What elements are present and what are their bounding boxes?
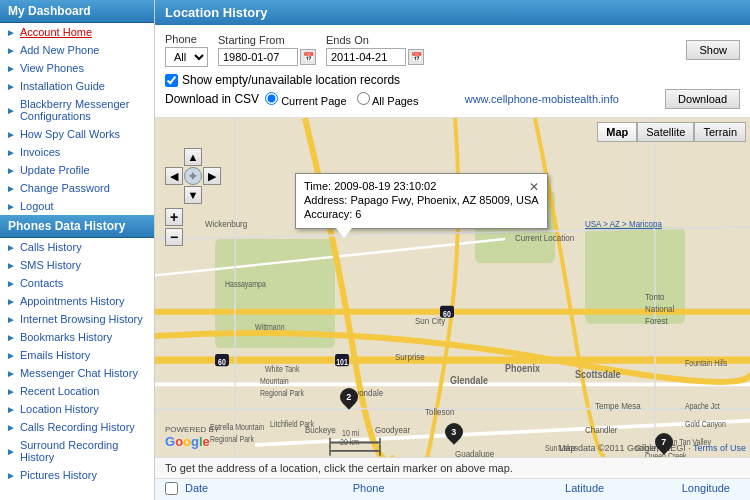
view-phones-label[interactable]: View Phones: [20, 62, 84, 74]
pictures-history-label[interactable]: Pictures History: [20, 469, 97, 481]
google-logo: Google: [165, 434, 210, 449]
sidebar-item-how-spy[interactable]: ► How Spy Call Works: [0, 125, 154, 143]
arrow-icon: ►: [6, 183, 16, 194]
phone-field-group: Phone All: [165, 33, 208, 67]
location-history-label[interactable]: Location History: [20, 403, 99, 415]
all-pages-radio-label[interactable]: All Pages: [357, 92, 419, 107]
sidebar-item-location-history[interactable]: ► Location History: [0, 400, 154, 418]
ends-on-input[interactable]: [326, 48, 406, 66]
change-password-label[interactable]: Change Password: [20, 182, 110, 194]
svg-text:White Tank: White Tank: [265, 365, 300, 375]
logout-label[interactable]: Logout: [20, 200, 54, 212]
internet-browsing-label[interactable]: Internet Browsing History: [20, 313, 143, 325]
map-tab-map[interactable]: Map: [597, 122, 637, 142]
sidebar-item-add-phone[interactable]: ► Add New Phone: [0, 41, 154, 59]
ends-on-input-row: 📅: [326, 48, 424, 66]
arrow-icon: ►: [6, 260, 16, 271]
table-header-phone[interactable]: Phone: [353, 482, 479, 497]
ends-on-label: Ends On: [326, 34, 424, 46]
update-profile-label[interactable]: Update Profile: [20, 164, 90, 176]
sidebar-item-change-password[interactable]: ► Change Password: [0, 179, 154, 197]
sidebar-item-logout[interactable]: ► Logout: [0, 197, 154, 215]
blackberry-label[interactable]: Blackberry Messenger Configurations: [20, 98, 148, 122]
show-button[interactable]: Show: [686, 40, 740, 60]
calls-history-label[interactable]: Calls History: [20, 241, 82, 253]
sidebar-item-invoices[interactable]: ► Invoices: [0, 143, 154, 161]
bookmarks-label[interactable]: Bookmarks History: [20, 331, 112, 343]
sidebar-item-recent-location[interactable]: ► Recent Location: [0, 382, 154, 400]
svg-text:Tempe Mesa: Tempe Mesa: [595, 400, 641, 411]
ends-on-calendar-icon[interactable]: 📅: [408, 49, 424, 65]
arrow-icon: ►: [6, 201, 16, 212]
arrow-icon: ►: [6, 446, 16, 457]
sidebar-item-calls-recording[interactable]: ► Calls Recording History: [0, 418, 154, 436]
calls-recording-label[interactable]: Calls Recording History: [20, 421, 135, 433]
starting-from-group: Starting From 📅: [218, 34, 316, 66]
surround-recording-label[interactable]: Surround Recording History: [20, 439, 148, 463]
sidebar-item-emails[interactable]: ► Emails History: [0, 346, 154, 364]
svg-text:Goodyear: Goodyear: [375, 424, 410, 435]
table-header: Date Phone Latitude Longitude: [155, 478, 750, 500]
sidebar-item-account-home[interactable]: ► Account Home: [0, 23, 154, 41]
starting-from-input[interactable]: [218, 48, 298, 66]
svg-text:National: National: [645, 303, 674, 314]
current-page-radio[interactable]: [265, 92, 278, 105]
sidebar-item-update-profile[interactable]: ► Update Profile: [0, 161, 154, 179]
installation-label[interactable]: Installation Guide: [20, 80, 105, 92]
sidebar-item-appointments[interactable]: ► Appointments History: [0, 292, 154, 310]
messenger-chat-label[interactable]: Messenger Chat History: [20, 367, 138, 379]
phone-select[interactable]: All: [165, 47, 208, 67]
zoom-out-button[interactable]: −: [165, 228, 183, 246]
svg-text:Guadalupe: Guadalupe: [455, 448, 494, 457]
nav-center-button[interactable]: ✦: [184, 167, 202, 185]
sidebar-item-installation-guide[interactable]: ► Installation Guide: [0, 77, 154, 95]
table-header-date[interactable]: Date: [185, 482, 353, 497]
all-pages-label: All Pages: [372, 95, 418, 107]
sms-history-label[interactable]: SMS History: [20, 259, 81, 271]
nav-down-button[interactable]: ▼: [184, 186, 202, 204]
sidebar-item-bookmarks[interactable]: ► Bookmarks History: [0, 328, 154, 346]
map-tab-terrain[interactable]: Terrain: [694, 122, 746, 142]
sidebar-item-internet-browsing[interactable]: ► Internet Browsing History: [0, 310, 154, 328]
sidebar-item-view-phones[interactable]: ► View Phones: [0, 59, 154, 77]
account-home-link[interactable]: Account Home: [20, 26, 92, 38]
sidebar-item-messenger-chat[interactable]: ► Messenger Chat History: [0, 364, 154, 382]
recent-location-label[interactable]: Recent Location: [20, 385, 100, 397]
table-select-all-checkbox[interactable]: [165, 482, 178, 495]
svg-text:Wittmann: Wittmann: [255, 322, 285, 332]
nav-left-button[interactable]: ◀: [165, 167, 183, 185]
download-button[interactable]: Download: [665, 89, 740, 109]
show-empty-checkbox[interactable]: [165, 74, 178, 87]
show-empty-label: Show empty/unavailable location records: [182, 73, 400, 87]
table-header-longitude[interactable]: Longitude: [604, 482, 740, 497]
how-spy-label[interactable]: How Spy Call Works: [20, 128, 120, 140]
sidebar-item-sms-history[interactable]: ► SMS History: [0, 256, 154, 274]
arrow-icon: ►: [6, 27, 16, 38]
all-pages-radio[interactable]: [357, 92, 370, 105]
page-title: Location History: [155, 0, 750, 25]
zoom-in-button[interactable]: +: [165, 208, 183, 226]
contacts-label[interactable]: Contacts: [20, 277, 63, 289]
sidebar-item-contacts[interactable]: ► Contacts: [0, 274, 154, 292]
map-tab-satellite[interactable]: Satellite: [637, 122, 694, 142]
nav-up-button[interactable]: ▲: [184, 148, 202, 166]
arrow-icon: ►: [6, 45, 16, 56]
table-header-checkbox: [165, 482, 185, 497]
nav-right-button[interactable]: ▶: [203, 167, 221, 185]
current-page-label: Current Page: [281, 95, 346, 107]
add-phone-label[interactable]: Add New Phone: [20, 44, 100, 56]
arrow-icon: ►: [6, 147, 16, 158]
popup-close-button[interactable]: ✕: [529, 180, 539, 194]
table-header-latitude[interactable]: Latitude: [478, 482, 604, 497]
sidebar-item-pictures-history[interactable]: ► Pictures History: [0, 466, 154, 484]
starting-from-calendar-icon[interactable]: 📅: [300, 49, 316, 65]
controls-bar: Phone All Starting From 📅 Ends On: [155, 25, 750, 118]
sidebar-item-calls-history[interactable]: ► Calls History: [0, 238, 154, 256]
emails-label[interactable]: Emails History: [20, 349, 90, 361]
invoices-label[interactable]: Invoices: [20, 146, 60, 158]
terms-of-use-link[interactable]: Terms of Use: [693, 443, 746, 453]
sidebar-item-blackberry[interactable]: ► Blackberry Messenger Configurations: [0, 95, 154, 125]
appointments-label[interactable]: Appointments History: [20, 295, 125, 307]
current-page-radio-label[interactable]: Current Page: [265, 92, 347, 107]
sidebar-item-surround-recording[interactable]: ► Surround Recording History: [0, 436, 154, 466]
